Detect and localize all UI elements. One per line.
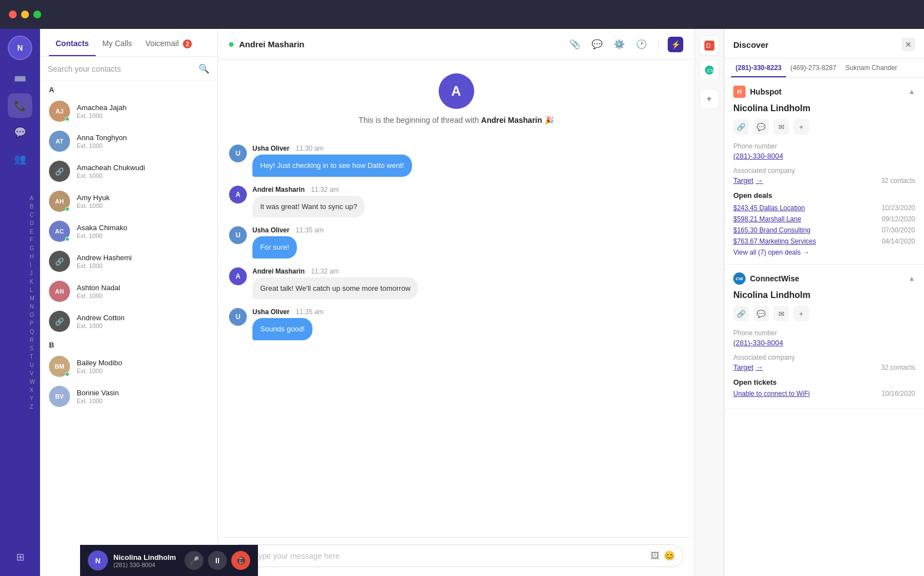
msg-sender-name: Usha Oliver xyxy=(252,145,290,152)
alpha-e[interactable]: E xyxy=(30,228,35,236)
hubspot-phone-value[interactable]: (281)-330-8004 xyxy=(733,152,915,160)
contact-bailey-modibo[interactable]: BM Bailey Modibo Ext. 1000 xyxy=(40,351,217,381)
tab-contacts[interactable]: Contacts xyxy=(49,29,96,56)
discover-tab-contact[interactable]: Suknam Chander xyxy=(841,58,901,77)
search-icon[interactable]: 🔍 xyxy=(198,63,210,74)
connectwise-email-btn[interactable]: ✉ xyxy=(773,306,789,321)
close-btn[interactable] xyxy=(9,11,17,18)
search-input[interactable] xyxy=(48,64,194,73)
alpha-r[interactable]: R xyxy=(30,336,35,344)
hubspot-email-btn[interactable]: ✉ xyxy=(773,119,789,135)
deals-title: Open deals xyxy=(733,191,915,200)
emoji-icon[interactable]: 😊 xyxy=(664,550,675,561)
comment-icon[interactable]: 💬 xyxy=(589,37,605,52)
chat-nav-btn[interactable]: 💬 xyxy=(8,120,32,145)
alpha-q[interactable]: Q xyxy=(30,328,35,336)
minimize-btn[interactable] xyxy=(21,11,29,18)
deal-link[interactable]: $763.67 Marketing Services xyxy=(733,237,816,245)
contact-asaka-chimako[interactable]: AC Asaka Chimako Ext. 1000 xyxy=(40,216,217,246)
alpha-l[interactable]: L xyxy=(30,286,35,294)
tab-voicemail[interactable]: Voicemail 2 xyxy=(139,29,199,56)
alpha-a[interactable]: A xyxy=(30,195,35,202)
hubspot-phone-field: Phone number (281)-330-8004 xyxy=(733,142,915,160)
lightning-btn[interactable]: ⚡ xyxy=(668,37,683,52)
alpha-w[interactable]: W xyxy=(30,378,35,386)
discover-tab-phone2[interactable]: (469)-273-8287 xyxy=(786,58,841,77)
contact-andrew-hashemi[interactable]: 🔗 Andrew Hashemi Ext. 1000 xyxy=(40,246,217,276)
ticket-link[interactable]: Unable to connect to WiFi xyxy=(733,390,809,398)
alpha-o[interactable]: O xyxy=(30,311,35,319)
settings-icon[interactable]: ⚙️ xyxy=(612,37,627,52)
view-all-deals-link[interactable]: View all (7) open deals → xyxy=(733,249,915,256)
mute-btn[interactable]: 🎤 xyxy=(185,551,203,570)
add-tool-btn[interactable]: + xyxy=(699,89,719,109)
hubspot-company-link[interactable]: Target → xyxy=(733,176,763,185)
titlebar xyxy=(0,0,924,29)
alpha-c[interactable]: C xyxy=(30,211,35,219)
contact-name: Ashton Nadal xyxy=(77,284,208,292)
alpha-t[interactable]: T xyxy=(30,353,35,361)
alpha-v[interactable]: V xyxy=(30,370,35,378)
contact-name: Andrew Cotton xyxy=(77,314,208,322)
alpha-u[interactable]: U xyxy=(30,361,35,369)
keyboard-nav-btn[interactable]: ⌨️ xyxy=(8,67,32,91)
connectwise-company-link[interactable]: Target → xyxy=(733,363,763,371)
connectwise-phone-value[interactable]: (281)-330-8004 xyxy=(733,339,915,347)
alpha-i[interactable]: I xyxy=(30,261,35,269)
connectwise-more-btn[interactable]: + xyxy=(793,306,809,321)
hubspot-collapse-icon[interactable]: ▲ xyxy=(908,88,915,96)
alpha-g[interactable]: G xyxy=(30,245,35,252)
contact-amacheah-chukwudi[interactable]: 🔗 Amacheah Chukwudi Ext. 1000 xyxy=(40,156,217,186)
contact-bonnie-vasin[interactable]: BV Bonnie Vasin Ext. 1000 xyxy=(40,381,217,411)
deal-link[interactable]: $243.45 Dallas Location xyxy=(733,204,805,212)
alpha-k[interactable]: K xyxy=(30,278,35,286)
crm-red-tool-btn[interactable]: D xyxy=(699,36,719,56)
user-avatar[interactable]: N xyxy=(8,36,32,60)
alpha-s[interactable]: S xyxy=(30,345,35,352)
hubspot-more-btn[interactable]: + xyxy=(793,119,809,135)
crm-teal-tool-btn[interactable]: CW xyxy=(699,60,719,80)
contact-amy-hyuk[interactable]: AH Amy Hyuk Ext. 1000 xyxy=(40,186,217,216)
hubspot-chat-btn[interactable]: 💬 xyxy=(753,119,769,135)
alpha-n[interactable]: N xyxy=(30,303,35,311)
hold-btn[interactable]: ⏸ xyxy=(208,551,227,570)
end-call-btn[interactable]: 📵 xyxy=(231,551,250,570)
contact-amachea-jajah[interactable]: AJ Amachea Jajah Ext. 1000 xyxy=(40,96,217,126)
contact-ashton-nadal[interactable]: AN Ashton Nadal Ext. 1000 xyxy=(40,276,217,306)
alpha-x[interactable]: X xyxy=(30,386,35,394)
hubspot-label: Hubspot xyxy=(750,87,782,96)
contact-avatar-amy: AH xyxy=(49,191,70,212)
connectwise-collapse-icon[interactable]: ▲ xyxy=(908,275,915,282)
maximize-btn[interactable] xyxy=(33,11,41,18)
image-icon[interactable]: 🖼 xyxy=(650,551,659,561)
deal-link[interactable]: $165.30 Brand Consulting xyxy=(733,226,811,234)
alpha-j[interactable]: J xyxy=(30,270,35,277)
msg-meta: Andrei Masharin 11:32 am xyxy=(252,186,683,193)
contact-andrew-cotton[interactable]: 🔗 Andrew Cotton Ext. 1000 xyxy=(40,306,217,336)
alpha-p[interactable]: P xyxy=(30,320,35,327)
discover-tab-phone1[interactable]: (281)-330-8223 xyxy=(731,58,786,77)
deal-row: $243.45 Dallas Location 10/23/2020 xyxy=(733,204,915,212)
message-input[interactable] xyxy=(254,552,645,560)
team-nav-btn[interactable]: 👥 xyxy=(8,147,32,171)
alpha-d[interactable]: D xyxy=(30,220,35,227)
alpha-z[interactable]: Z xyxy=(30,403,35,411)
contact-anna-tonghyon[interactable]: AT Anna Tonghyon Ext. 1000 xyxy=(40,126,217,156)
attachment-icon[interactable]: 📎 xyxy=(567,37,583,52)
deal-link[interactable]: $598.21 Marshall Lane xyxy=(733,215,801,223)
history-icon[interactable]: 🕐 xyxy=(634,37,649,52)
discover-close-btn[interactable]: ✕ xyxy=(902,38,915,51)
discover-tabs: (281)-330-8223 (469)-273-8287 Suknam Cha… xyxy=(724,58,924,78)
hubspot-link-btn[interactable]: 🔗 xyxy=(733,119,749,135)
alpha-y[interactable]: Y xyxy=(30,395,35,403)
grid-nav-btn[interactable]: ⊞ xyxy=(8,545,32,569)
alpha-b[interactable]: B xyxy=(30,203,35,211)
connectwise-link-btn[interactable]: 🔗 xyxy=(733,306,749,321)
svg-text:CW: CW xyxy=(707,68,714,73)
phone-nav-btn[interactable]: 📞 xyxy=(8,93,32,118)
alpha-m[interactable]: M xyxy=(30,295,35,302)
tab-my-calls[interactable]: My Calls xyxy=(96,29,139,56)
alpha-f[interactable]: F xyxy=(30,236,35,244)
alpha-h[interactable]: H xyxy=(30,253,35,261)
connectwise-chat-btn[interactable]: 💬 xyxy=(753,306,769,321)
